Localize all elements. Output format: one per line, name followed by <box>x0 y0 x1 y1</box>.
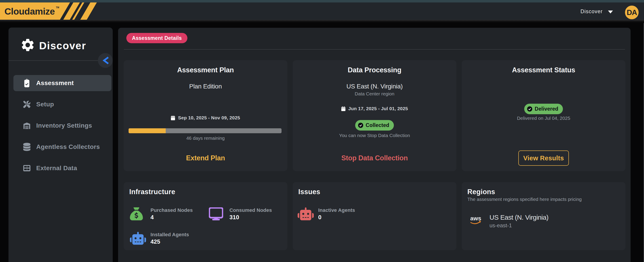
svg-text:aws: aws <box>470 215 481 222</box>
